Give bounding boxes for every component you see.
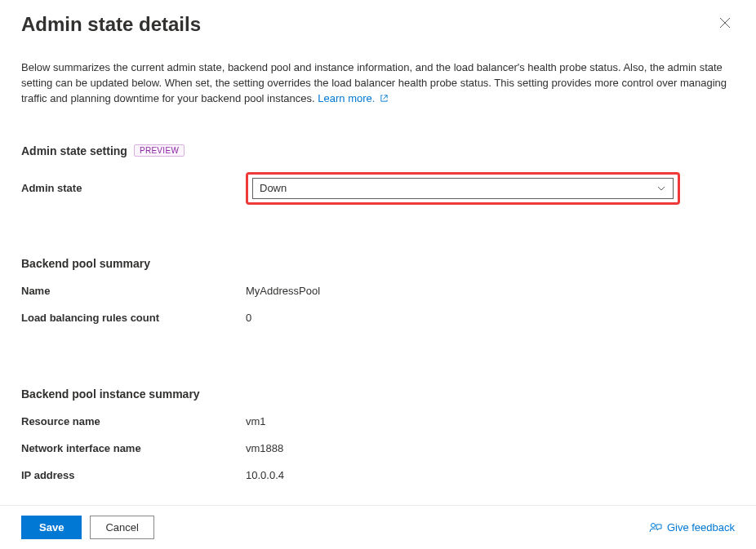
rules-count-value: 0 <box>246 312 251 324</box>
ip-address-label: IP address <box>21 469 246 481</box>
give-feedback-link[interactable]: Give feedback <box>649 521 735 534</box>
admin-state-dropdown[interactable]: Down <box>252 178 674 199</box>
external-link-icon <box>380 94 389 104</box>
preview-badge: PREVIEW <box>134 144 185 157</box>
backend-pool-instance-summary-header: Backend pool instance summary <box>21 387 735 401</box>
page-title: Admin state details <box>21 13 201 36</box>
nic-name-value: vm1888 <box>246 442 283 454</box>
feedback-icon <box>649 521 662 534</box>
pool-name-label: Name <box>21 285 246 297</box>
rules-count-label: Load balancing rules count <box>21 312 246 324</box>
admin-state-selected-value: Down <box>260 182 287 194</box>
description-text: Below summarizes the current admin state… <box>21 60 732 107</box>
close-icon <box>719 17 731 29</box>
svg-point-0 <box>651 523 655 527</box>
cancel-button[interactable]: Cancel <box>90 516 153 539</box>
give-feedback-label: Give feedback <box>667 521 735 534</box>
pool-name-value: MyAddressPool <box>246 285 320 297</box>
nic-name-label: Network interface name <box>21 442 246 454</box>
save-button[interactable]: Save <box>21 516 82 539</box>
footer-bar: Save Cancel Give feedback <box>0 505 756 549</box>
resource-name-value: vm1 <box>246 415 266 427</box>
ip-address-value: 10.0.0.4 <box>246 469 284 481</box>
close-button[interactable] <box>715 13 735 33</box>
backend-pool-summary-header: Backend pool summary <box>21 257 735 270</box>
chevron-down-icon <box>656 184 666 193</box>
admin-state-label: Admin state <box>21 182 246 194</box>
admin-state-setting-header: Admin state setting PREVIEW <box>21 144 735 157</box>
admin-state-setting-title: Admin state setting <box>21 144 127 157</box>
admin-state-highlight: Down <box>246 172 680 205</box>
resource-name-label: Resource name <box>21 415 246 427</box>
learn-more-link[interactable]: Learn more. <box>318 92 375 104</box>
description-body: Below summarizes the current admin state… <box>21 61 727 104</box>
